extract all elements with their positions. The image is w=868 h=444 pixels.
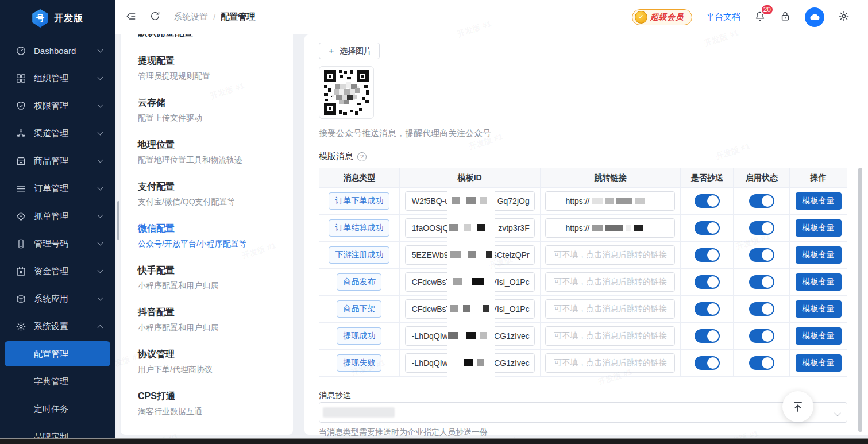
copy-toggle-on[interactable] [695,329,720,343]
enabled-toggle-on[interactable] [749,356,774,370]
message-type-tag[interactable]: 商品发布 [337,273,381,291]
copy-toggle-on[interactable] [695,194,720,208]
cloud-icon [808,11,821,24]
template-variable-button[interactable]: 模板变量 [796,246,842,264]
lock-icon [780,10,791,22]
table-header-2: 跳转链接 [541,168,681,187]
template-variable-button[interactable]: 模板变量 [796,354,842,372]
chevron-down-icon [98,129,103,135]
sidebar-subitem-1[interactable]: 字典管理 [0,368,115,395]
sidebar-item-menu-5[interactable]: 订单管理 [0,175,115,202]
message-type-tag[interactable]: 订单结算成功 [329,219,389,237]
sidebar-item-menu-4[interactable]: 商品管理 [0,147,115,175]
table-row-2: 下游注册成功5EZEWb9YSCtelzQPr可不填，点击消息后跳转的链接模板变… [319,242,847,269]
enabled-toggle-on[interactable] [749,194,774,208]
template-variable-button[interactable]: 模板变量 [796,219,842,237]
enabled-toggle-on[interactable] [749,221,774,235]
config-nav-item-1[interactable]: 云存储配置上传文件驱动 [138,96,293,124]
chevron-down-icon [98,102,103,107]
message-type-tag[interactable]: 商品下架 [337,300,381,318]
template-variable-button[interactable]: 模板变量 [796,327,842,345]
template-id-redaction-overlay [447,188,495,384]
copy-toggle-on[interactable] [695,302,720,316]
sidebar-item-menu-8[interactable]: 资金管理 [0,257,115,285]
sidebar-item-menu-9[interactable]: 系统应用 [0,285,115,312]
copy-toggle-on[interactable] [695,248,720,262]
enabled-toggle-on[interactable] [749,275,774,289]
number-icon [16,238,26,249]
jump-link-input[interactable]: https:// [545,218,675,238]
copy-toggle-on[interactable] [695,356,720,370]
refresh-icon[interactable] [149,10,161,24]
sidebar-item-menu-7[interactable]: 管理号码 [0,230,115,257]
sidebar-item-menu-2[interactable]: 权限管理 [0,92,115,119]
vip-badge[interactable]: ✓ 超级会员 [632,9,692,25]
platform-docs-link[interactable]: 平台文档 [706,11,740,22]
config-nav-item-4-active[interactable]: 微信配置公众号/开放平台/小程序配置等 [138,222,293,250]
chevron-down-icon [98,47,103,52]
jump-link-input[interactable]: 可不填，点击消息后跳转的链接 [545,326,675,346]
message-type-tag[interactable]: 订单下单成功 [329,192,389,210]
lock-screen-button[interactable] [780,10,791,24]
template-variable-button[interactable]: 模板变量 [796,273,842,291]
sidebar-item-menu-1[interactable]: 组织管理 [0,64,115,92]
sidebar-item-menu-6[interactable]: 抓单管理 [0,202,115,230]
window-bottom-edge [0,439,868,444]
chevron-down-icon [98,267,103,273]
chevron-up-icon [98,325,103,330]
config-nav-clipped-item[interactable]: 默认佣金配置 [138,34,293,40]
collapse-sidebar-icon[interactable] [125,10,137,24]
sidebar-item-dashboard[interactable]: Dashboard [0,37,115,64]
qrcode-thumbnail[interactable] [319,66,374,119]
jump-link-input[interactable]: 可不填，点击消息后跳转的链接 [545,353,675,373]
notifications-button[interactable]: 20 [754,10,766,24]
settings-button[interactable] [838,10,850,24]
help-icon[interactable]: ? [357,152,367,161]
jump-link-input[interactable]: 可不填，点击消息后跳转的链接 [545,272,675,292]
sidebar-item-menu-10[interactable]: 系统设置 [0,312,115,340]
message-type-tag[interactable]: 下游注册成功 [329,246,389,264]
copy-toggle-on[interactable] [695,221,720,235]
message-type-tag[interactable]: 提现失败 [337,354,381,372]
config-nav-item-2[interactable]: 地理位置配置地理位置工具和物流轨迹 [138,138,293,166]
vip-badge-label: 超级会员 [650,12,684,22]
user-avatar[interactable] [805,7,824,27]
message-type-tag[interactable]: 提现成功 [337,327,381,345]
table-header-1: 模板ID [400,168,541,187]
enabled-toggle-on[interactable] [749,248,774,262]
sidebar-subitem-2[interactable]: 定时任务 [0,395,115,423]
back-to-top-icon [791,400,805,414]
config-nav-item-0[interactable]: 提现配置管理员提现规则配置 [138,54,293,82]
config-nav-item-3[interactable]: 支付配置支付宝/微信/QQ支付配置等 [138,180,293,208]
template-message-section: 模版消息 ? [319,151,367,162]
template-variable-button[interactable]: 模板变量 [796,192,842,210]
breadcrumb-parent[interactable]: 系统设置 [173,11,208,22]
config-nav-item-8[interactable]: CPS打通淘客行业数据互通 [138,389,293,418]
config-nav-panel: 默认佣金配置 提现配置管理员提现规则配置云存储配置上传文件驱动地理位置配置地理位… [121,34,293,435]
jump-link-input[interactable]: https:// [545,191,675,211]
message-copy-select[interactable] [319,402,847,423]
sidebar-subitem-3[interactable]: 品牌定制 [0,423,115,439]
config-nav-item-5[interactable]: 快手配置小程序配置和用户归属 [138,264,293,292]
jump-link-input[interactable]: 可不填，点击消息后跳转的链接 [545,299,675,319]
jump-link-input[interactable]: 可不填，点击消息后跳转的链接 [545,245,675,265]
sidebar-item-menu-3[interactable]: 渠道管理 [0,119,115,147]
enabled-toggle-on[interactable] [749,302,774,316]
config-nav-item-7[interactable]: 协议管理用户下单/代理商协议 [138,348,293,376]
vip-coin-icon: ✓ [635,11,647,24]
enabled-toggle-on[interactable] [749,329,774,343]
config-nav-item-6[interactable]: 抖音配置小程序配置和用户归属 [138,306,293,334]
back-to-top-button[interactable] [782,391,813,422]
permission-icon [16,101,26,111]
copy-toggle-on[interactable] [695,275,720,289]
gear-icon [838,10,850,22]
page-scrollbar-thumb[interactable] [858,168,862,432]
sidebar: 号 开发版 Dashboard组织管理权限管理渠道管理商品管理订单管理抓单管理管… [0,0,115,439]
template-variable-button[interactable]: 模板变量 [796,300,842,318]
config-panel-scroll-thumb[interactable] [117,201,119,240]
choose-image-button[interactable]: ＋ 选择图片 [319,43,380,59]
table-row-5: 提现成功-LhDqQIwCG1zIvec可不填，点击消息后跳转的链接模板变量 [319,323,847,350]
table-header-0: 消息类型 [319,168,400,187]
qrcode-redaction-blur [331,79,362,105]
sidebar-subitem-0-active[interactable]: 配置管理 [5,341,110,366]
